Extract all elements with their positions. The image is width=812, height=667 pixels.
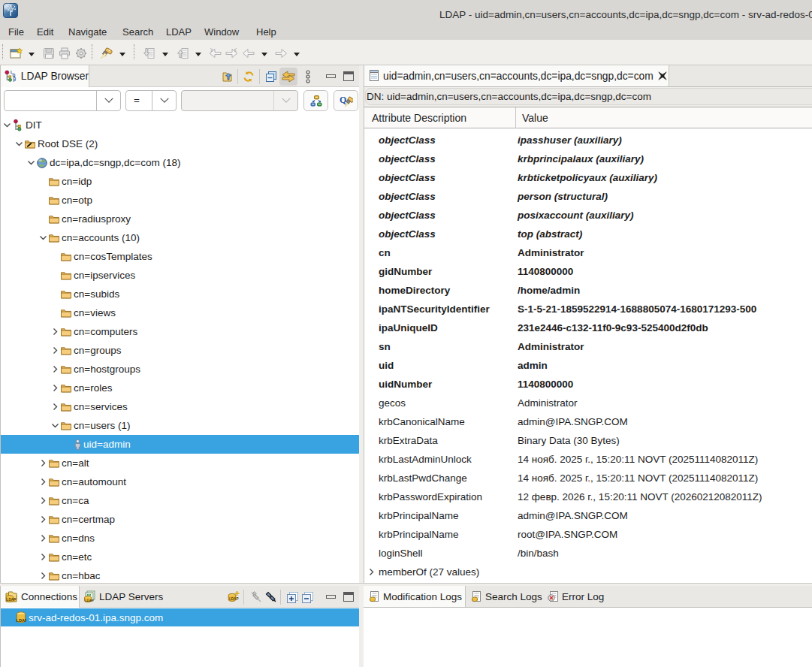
svg-text:Q: Q: [340, 95, 346, 105]
svg-text:LDAP: LDAP: [85, 599, 94, 602]
svg-text:LDAP: LDAP: [229, 597, 239, 601]
svg-text:LDAP: LDAP: [17, 618, 26, 623]
svg-text:LDAP: LDAP: [7, 598, 17, 602]
svg-text:P: P: [13, 78, 16, 83]
